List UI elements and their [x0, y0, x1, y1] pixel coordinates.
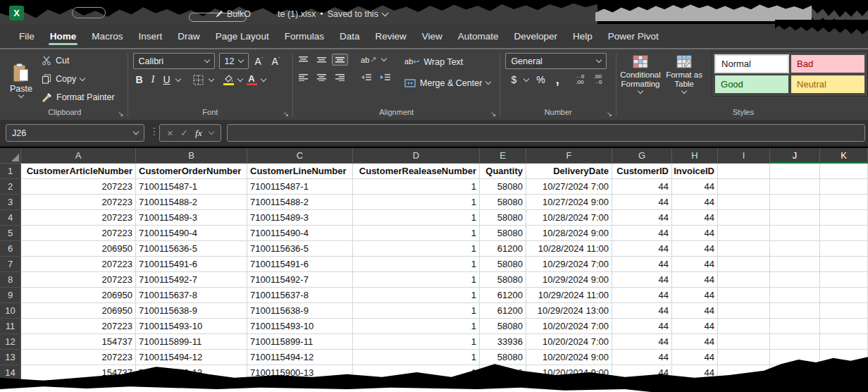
- cell-I11[interactable]: [718, 319, 770, 334]
- cell-I12[interactable]: [718, 334, 770, 350]
- copy-button[interactable]: Copy: [38, 71, 118, 88]
- cell-F5[interactable]: 10/28/2024 9:00: [526, 226, 612, 241]
- cell-E1[interactable]: Quantity: [480, 164, 526, 179]
- column-header-D[interactable]: D: [353, 148, 480, 164]
- title-chevron-down-icon[interactable]: [381, 9, 388, 16]
- excel-logo-icon[interactable]: X: [9, 6, 24, 20]
- enter-check-icon[interactable]: ✓: [180, 128, 188, 138]
- wrap-text-button[interactable]: ab↩ Wrap Text: [401, 53, 494, 71]
- cell-F13[interactable]: 10/20/2024 9:00: [526, 350, 612, 365]
- cell-H8[interactable]: 44: [672, 272, 718, 288]
- cell-B2[interactable]: 7100115487-1: [136, 179, 247, 195]
- cell-C3[interactable]: 7100115488-2: [247, 195, 353, 210]
- cut-button[interactable]: Cut: [38, 52, 118, 70]
- column-header-I[interactable]: I: [718, 148, 770, 164]
- conditional-formatting-button[interactable]: Conditional Formatting: [619, 51, 662, 93]
- fill-color-chevron-icon[interactable]: [237, 75, 242, 81]
- merge-center-button[interactable]: Merge & Center: [401, 74, 494, 92]
- search-box-torn-fragment[interactable]: [595, 0, 812, 21]
- cell-J5[interactable]: [770, 226, 820, 241]
- cell-H10[interactable]: 44: [672, 303, 718, 319]
- cell-B3[interactable]: 7100115488-2: [136, 195, 247, 210]
- cell-G6[interactable]: 44: [612, 241, 672, 257]
- cell-A11[interactable]: 207223: [21, 319, 136, 334]
- column-header-E[interactable]: E: [480, 148, 526, 164]
- cell-G2[interactable]: 44: [612, 179, 672, 195]
- cell-K14[interactable]: [820, 365, 868, 381]
- cell-K13[interactable]: [820, 350, 868, 365]
- cell-D5[interactable]: 1: [353, 226, 480, 241]
- cell-G1[interactable]: CustomerID: [612, 164, 672, 179]
- cell-D7[interactable]: 1: [353, 257, 480, 272]
- cell-H13[interactable]: 44: [672, 350, 718, 365]
- cell-A12[interactable]: 154737: [21, 334, 136, 350]
- format-painter-button[interactable]: Format Painter: [38, 89, 118, 106]
- cell-C13[interactable]: 7100115494-12: [247, 350, 353, 365]
- cell-C12[interactable]: 7100115899-11: [247, 334, 353, 350]
- font-name-combo[interactable]: Calibri: [133, 53, 215, 69]
- formula-input[interactable]: [227, 124, 865, 142]
- row-header-5[interactable]: 5: [0, 226, 21, 241]
- cell-K12[interactable]: [820, 334, 868, 350]
- cell-F6[interactable]: 10/28/2024 11:00: [526, 241, 612, 257]
- cell-D14[interactable]: 1: [353, 365, 480, 381]
- tab-developer[interactable]: Developer: [507, 24, 566, 48]
- style-good[interactable]: Good: [715, 75, 788, 93]
- cell-D11[interactable]: 1: [353, 319, 480, 334]
- cell-I8[interactable]: [718, 272, 770, 288]
- accounting-format-button[interactable]: $: [508, 73, 519, 86]
- bold-button[interactable]: B: [133, 73, 146, 86]
- decrease-decimal-button[interactable]: .00→0: [591, 74, 604, 85]
- cell-A13[interactable]: 207223: [21, 350, 136, 365]
- cell-I2[interactable]: [718, 179, 770, 195]
- decrease-font-size-button[interactable]: Aˇ: [270, 56, 283, 67]
- cell-I6[interactable]: [718, 241, 770, 257]
- column-header-G[interactable]: G: [612, 148, 672, 164]
- cell-J9[interactable]: [770, 288, 820, 303]
- cell-C14[interactable]: 7100115900-13: [247, 365, 353, 381]
- tab-page-layout[interactable]: Page Layout: [208, 24, 277, 48]
- top-align-button[interactable]: [295, 54, 311, 66]
- cell-H11[interactable]: 44: [672, 319, 718, 334]
- cell-I3[interactable]: [718, 195, 770, 210]
- cell-K10[interactable]: [820, 303, 868, 319]
- cell-D4[interactable]: 1: [353, 210, 480, 226]
- column-header-J[interactable]: J: [770, 148, 820, 164]
- cell-G9[interactable]: 44: [612, 288, 672, 303]
- cell-C6[interactable]: 7100115636-5: [247, 241, 353, 257]
- cell-K3[interactable]: [820, 195, 868, 210]
- cell-A8[interactable]: 207223: [21, 272, 136, 288]
- cell-K8[interactable]: [820, 272, 868, 288]
- clipboard-dialog-launcher-icon[interactable]: ↘: [118, 111, 123, 118]
- cell-I5[interactable]: [718, 226, 770, 241]
- cell-B5[interactable]: 7100115490-4: [136, 226, 247, 241]
- format-as-table-button[interactable]: Format as Table: [662, 51, 706, 93]
- cell-B11[interactable]: 7100115493-10: [136, 319, 247, 334]
- cell-A7[interactable]: 207223: [21, 257, 136, 272]
- cell-B1[interactable]: CustomerOrderNumber: [136, 164, 247, 179]
- insert-function-icon[interactable]: fx: [195, 128, 202, 139]
- formula-bar-divider-dots[interactable]: ⋮: [149, 125, 159, 137]
- cell-J8[interactable]: [770, 272, 820, 288]
- row-header-14[interactable]: 14: [0, 365, 21, 381]
- cell-B6[interactable]: 7100115636-5: [136, 241, 247, 257]
- cell-A10[interactable]: 206950: [21, 303, 136, 319]
- cell-J13[interactable]: [770, 350, 820, 365]
- cell-H4[interactable]: 44: [672, 210, 718, 226]
- cell-F9[interactable]: 10/29/2024 11:00: [526, 288, 612, 303]
- cell-H5[interactable]: 44: [672, 226, 718, 241]
- cell-F11[interactable]: 10/20/2024 7:00: [526, 319, 612, 334]
- cell-J11[interactable]: [770, 319, 820, 334]
- cell-D2[interactable]: 1: [353, 179, 480, 195]
- quick-access-toolbar-fragment[interactable]: [72, 7, 106, 18]
- merge-center-chevron-icon[interactable]: [485, 79, 491, 85]
- middle-align-button[interactable]: [314, 54, 330, 66]
- row-header-13[interactable]: 13: [0, 350, 21, 365]
- cell-H2[interactable]: 44: [672, 179, 718, 195]
- increase-font-size-button[interactable]: Aˆ: [253, 56, 266, 67]
- cell-H6[interactable]: 44: [672, 241, 718, 257]
- column-header-B[interactable]: B: [136, 148, 247, 164]
- select-all-corner[interactable]: [0, 148, 21, 164]
- cell-G11[interactable]: 44: [612, 319, 672, 334]
- cell-K5[interactable]: [820, 226, 868, 241]
